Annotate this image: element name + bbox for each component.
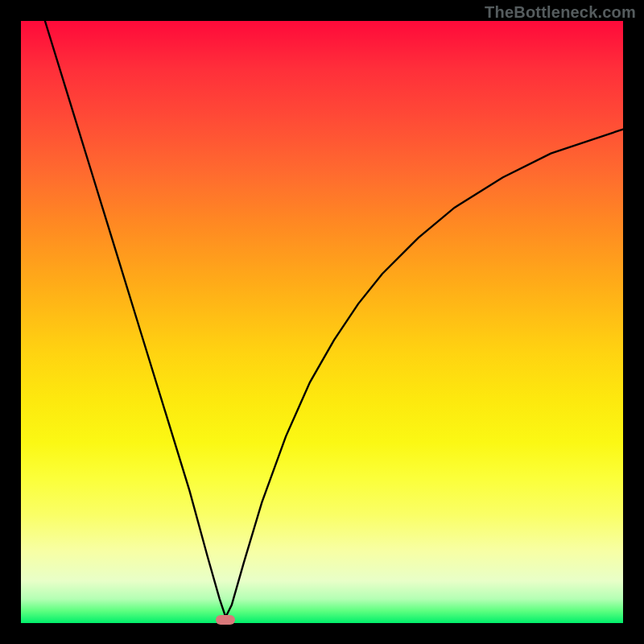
bottleneck-curve xyxy=(21,0,623,617)
watermark: TheBottleneck.com xyxy=(485,3,636,22)
chart-frame: TheBottleneck.com xyxy=(0,0,644,644)
optimal-point-marker xyxy=(216,615,235,625)
curve-layer xyxy=(21,21,623,623)
